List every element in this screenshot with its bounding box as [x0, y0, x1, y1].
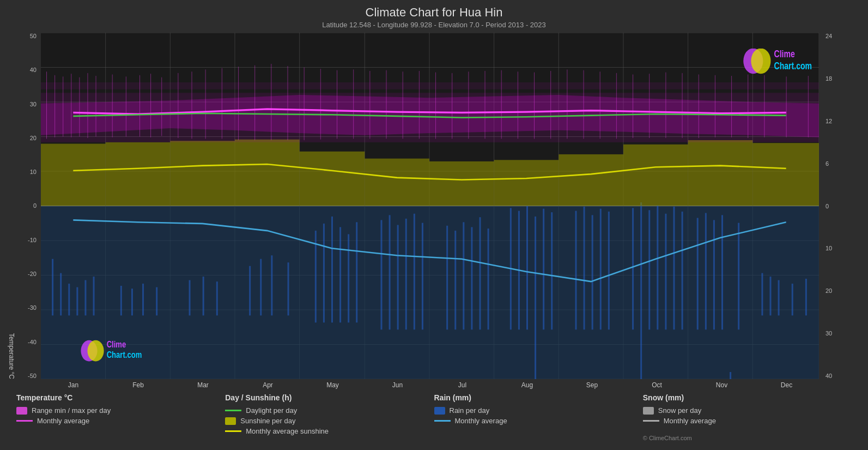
legend-temp-range-swatch: [16, 407, 27, 415]
svg-rect-94: [170, 141, 235, 206]
svg-rect-105: [41, 82, 819, 89]
legend-temp-range: Range min / max per day: [16, 406, 225, 415]
svg-rect-131: [369, 71, 370, 139]
svg-rect-68: [551, 212, 553, 329]
legend-snow-monthly-avg: Monthly average: [643, 417, 852, 425]
svg-rect-55: [414, 214, 415, 330]
svg-rect-100: [559, 154, 623, 206]
svg-rect-125: [271, 64, 271, 140]
svg-rect-27: [41, 206, 819, 380]
copyright-text: © ClimeChart.com: [643, 435, 692, 441]
x-label-jan: Jan: [41, 381, 106, 389]
x-label-oct: Oct: [624, 381, 689, 389]
legend: Temperature °C Range min / max per day M…: [11, 389, 857, 445]
y-tick-30: 30: [30, 101, 37, 107]
svg-rect-157: [808, 76, 809, 137]
svg-rect-65: [526, 206, 528, 330]
svg-rect-132: [386, 70, 387, 139]
legend-rain-title: Rain (mm): [434, 393, 643, 402]
svg-rect-35: [131, 289, 133, 315]
svg-rect-86: [738, 223, 739, 330]
y-tick-10: 10: [30, 169, 37, 175]
legend-temperature: Temperature °C Range min / max per day M…: [16, 393, 225, 442]
svg-rect-78: [665, 214, 666, 330]
svg-rect-127: [304, 68, 305, 140]
svg-rect-51: [380, 220, 382, 329]
legend-sunshine-monthly-avg: Monthly average sunshine: [225, 427, 434, 435]
svg-rect-60: [471, 227, 472, 329]
svg-rect-74: [632, 208, 634, 329]
svg-rect-116: [139, 75, 140, 137]
svg-rect-107: [46, 71, 47, 139]
svg-rect-122: [222, 68, 222, 139]
svg-rect-97: [365, 159, 429, 206]
svg-rect-58: [454, 231, 456, 329]
legend-rain-swatch: [434, 407, 445, 415]
legend-rain: Rain (mm) Rain per day Monthly average: [434, 393, 643, 442]
svg-rect-82: [705, 213, 707, 329]
svg-rect-99: [494, 160, 559, 206]
svg-rect-54: [405, 219, 407, 329]
svg-rect-123: [238, 67, 239, 140]
legend-sunshine-per-day: Sunshine per day: [225, 417, 434, 425]
svg-text:Chart.com: Chart.com: [774, 61, 812, 71]
legend-snow-title: Snow (mm): [643, 393, 852, 402]
y-tick-n20: -20: [28, 271, 37, 277]
svg-rect-61: [479, 217, 481, 329]
svg-rect-113: [96, 76, 96, 136]
svg-rect-153: [731, 76, 732, 137]
legend-snow-per-day-label: Snow per day: [658, 406, 702, 415]
svg-rect-83: [713, 220, 715, 329]
x-axis: Jan Feb Mar Apr May Jun Jul Aug Sep Oct …: [41, 379, 819, 389]
svg-rect-66: [535, 217, 536, 379]
svg-rect-85: [730, 372, 731, 379]
y-axis-left: Temperature °C 50 40 30 20 10 0 -10 -20 …: [11, 33, 41, 379]
svg-rect-124: [254, 65, 255, 140]
svg-point-159: [751, 49, 770, 74]
svg-rect-81: [697, 218, 699, 330]
svg-rect-95: [235, 140, 300, 206]
legend-temp-range-label: Range min / max per day: [32, 406, 111, 415]
y-tick-n50: -50: [28, 373, 37, 379]
legend-rain-per-day-label: Rain per day: [450, 406, 490, 415]
legend-rain-monthly-avg: Monthly average: [434, 417, 643, 425]
svg-rect-133: [403, 71, 403, 139]
svg-rect-75: [640, 202, 642, 379]
svg-rect-142: [550, 71, 551, 139]
y-tick-n10: -10: [28, 237, 37, 243]
y-tick-40: 40: [30, 67, 37, 73]
x-label-mar: Mar: [171, 381, 235, 389]
y-tick-right-18: 18: [825, 75, 832, 82]
svg-text:Clime: Clime: [774, 49, 795, 59]
svg-rect-48: [339, 227, 341, 322]
svg-rect-53: [397, 225, 399, 329]
svg-rect-40: [216, 281, 218, 315]
legend-daylight-line: [225, 410, 241, 411]
svg-rect-34: [120, 286, 122, 315]
x-label-nov: Nov: [689, 381, 754, 389]
svg-rect-33: [93, 277, 95, 315]
svg-rect-69: [575, 211, 576, 330]
svg-rect-88: [769, 277, 771, 315]
svg-rect-103: [752, 143, 819, 206]
svg-rect-92: [41, 143, 106, 206]
svg-rect-136: [452, 73, 452, 139]
svg-rect-118: [161, 77, 162, 136]
svg-point-163: [87, 340, 104, 362]
legend-sunshine: Day / Sunshine (h) Daylight per day Suns…: [225, 393, 434, 442]
legend-temp-avg-line: [16, 420, 33, 422]
y-tick-right-24: 24: [825, 33, 832, 39]
y-tick-20: 20: [30, 135, 37, 141]
x-label-apr: Apr: [235, 381, 300, 389]
y-tick-right-30: 30: [825, 330, 832, 337]
x-label-feb: Feb: [106, 381, 171, 389]
svg-rect-38: [189, 280, 191, 316]
svg-rect-154: [748, 74, 748, 138]
svg-rect-98: [429, 161, 494, 206]
svg-rect-114: [112, 74, 113, 137]
svg-rect-37: [156, 287, 157, 316]
svg-rect-143: [567, 69, 567, 139]
legend-snow-swatch: [643, 407, 654, 415]
svg-rect-149: [665, 73, 666, 139]
y-tick-n40: -40: [28, 339, 37, 345]
